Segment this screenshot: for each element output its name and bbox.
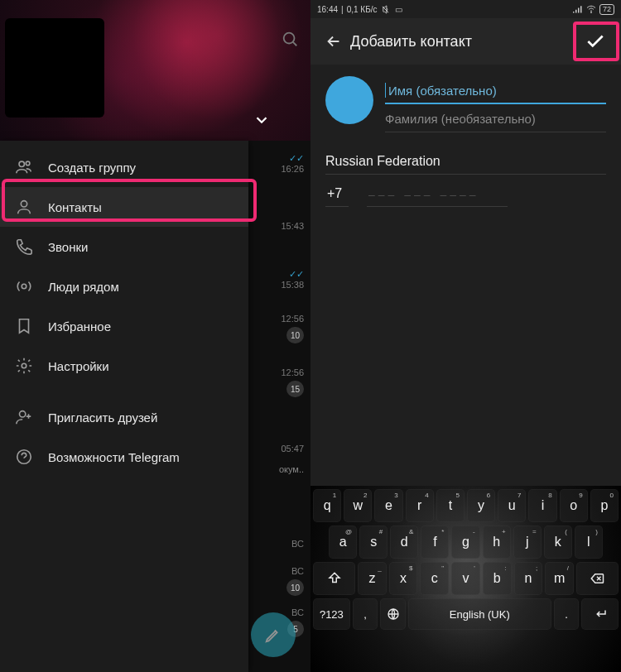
key-a[interactable]: @a (329, 526, 357, 559)
drawer-item-nearby[interactable]: Люди рядом (0, 266, 248, 306)
first-name-field[interactable]: Имя (обязательно) (385, 76, 606, 104)
key-j[interactable]: =j (513, 526, 542, 559)
svg-point-5 (22, 284, 26, 289)
drawer-item-contacts[interactable]: Контакты (0, 187, 248, 227)
drawer-item-label: Создать группу (48, 161, 136, 175)
key-f[interactable]: *f (421, 526, 449, 559)
profile-avatar (5, 18, 104, 118)
new-group-icon (15, 158, 33, 176)
nearby-icon (15, 277, 33, 295)
status-time: 16:44 (317, 5, 338, 14)
chat-list-meta: ✓✓ 15:38 (281, 258, 304, 300)
key-m[interactable]: /m (545, 562, 574, 595)
key-i[interactable]: 8i (528, 489, 556, 522)
drawer-item-label: Настройки (48, 359, 109, 373)
status-net: 0,1 КБ/с (347, 5, 378, 14)
soft-keyboard: 1q2w3e4r5t6y7u8i9o0p@a#s&d*f-g+h=j(k)l_z… (310, 486, 621, 672)
key-x[interactable]: $x (389, 562, 418, 595)
key-n[interactable]: ;n (514, 562, 543, 595)
confirm-button[interactable] (576, 23, 614, 60)
battery-level: 72 (599, 4, 614, 15)
key-o[interactable]: 9o (560, 489, 588, 522)
svg-point-4 (21, 201, 26, 207)
key-l[interactable]: )l (575, 526, 603, 559)
screen-title: Добавить контакт (350, 33, 576, 50)
key-h[interactable]: +h (483, 526, 511, 559)
drawer-item-label: Возможности Telegram (48, 450, 180, 464)
chat-list-meta: 15:43 (281, 205, 304, 247)
key-b[interactable]: :b (483, 562, 512, 595)
drawer-item-label: Контакты (48, 200, 102, 214)
last-name-placeholder: Фамилия (необязательно) (385, 112, 536, 126)
drawer-item-label: Пригласить друзей (48, 410, 157, 425)
key-r[interactable]: 4r (406, 489, 434, 522)
key-s[interactable]: #s (359, 526, 388, 559)
drawer-item-label: Звонки (48, 240, 88, 254)
key-c[interactable]: "c (420, 562, 449, 595)
phone-number-field[interactable]: ––– ––– –––– (367, 188, 508, 207)
search-icon[interactable] (281, 30, 299, 48)
settings-icon (15, 357, 33, 375)
key-enter[interactable] (581, 598, 619, 630)
back-button[interactable] (317, 32, 350, 50)
chat-list-meta: ВС10 (286, 560, 304, 602)
key-z[interactable]: _z (358, 562, 387, 595)
key-g[interactable]: -g (451, 526, 479, 559)
chat-list-meta: 12:5615 (281, 362, 304, 403)
key-space[interactable]: English (UK) (408, 598, 551, 630)
key-k[interactable]: (k (544, 526, 572, 559)
key-d[interactable]: &d (390, 526, 418, 559)
compose-fab[interactable] (251, 612, 296, 657)
chevron-down-icon[interactable] (253, 111, 271, 129)
drawer-item-new-group[interactable]: Создать группу (0, 147, 248, 187)
key-y[interactable]: 6y (467, 489, 495, 522)
key-q[interactable]: 1q (313, 489, 341, 522)
svg-point-1 (284, 33, 295, 44)
app-icon: ▭ (394, 4, 404, 14)
chat-list-meta: окум.. (279, 449, 304, 490)
key-comma[interactable]: , (353, 598, 378, 630)
drawer-item-invite[interactable]: Пригласить друзей (0, 397, 248, 437)
svg-point-9 (590, 12, 591, 13)
svg-point-3 (26, 161, 30, 166)
chat-list-meta: 12:5610 (281, 308, 304, 349)
key-u[interactable]: 7u (498, 489, 526, 522)
country-code-field[interactable]: +7 (325, 186, 349, 207)
invite-icon (15, 408, 33, 426)
key-v[interactable]: 'v (451, 562, 480, 595)
calls-icon (15, 238, 33, 256)
chat-list-meta: ВС (291, 523, 304, 564)
key-t[interactable]: 5t (436, 489, 465, 522)
key-w[interactable]: 2w (344, 489, 372, 522)
key-p[interactable]: 0p (590, 489, 619, 522)
drawer-item-saved[interactable]: Избранное (0, 306, 248, 346)
svg-point-2 (19, 161, 24, 166)
wifi-icon (586, 4, 596, 14)
key-symbols[interactable]: ?123 (313, 598, 350, 630)
chat-list-meta: ✓✓ 16:26 (281, 142, 304, 184)
key-dot[interactable]: . (554, 598, 580, 630)
drawer-item-features[interactable]: Возможности Telegram (0, 437, 248, 477)
drawer-item-label: Избранное (48, 319, 111, 334)
country-selector[interactable]: Russian Federation (325, 154, 606, 175)
drawer-item-settings[interactable]: Настройки (0, 346, 248, 386)
mute-icon (381, 4, 391, 14)
first-name-placeholder: Имя (обязательно) (388, 84, 497, 98)
key-shift[interactable] (313, 562, 355, 595)
signal-icon (573, 4, 583, 14)
drawer-item-calls[interactable]: Звонки (0, 227, 248, 266)
drawer-item-label: Люди рядом (48, 280, 119, 294)
key-language-left[interactable] (380, 598, 406, 630)
key-e[interactable]: 3e (374, 489, 402, 522)
svg-point-6 (22, 363, 26, 368)
saved-icon (15, 317, 33, 335)
contacts-icon (15, 198, 33, 216)
features-icon (15, 448, 33, 466)
svg-point-7 (20, 411, 26, 417)
contact-avatar-placeholder[interactable] (325, 76, 373, 124)
key-backspace[interactable] (576, 562, 619, 595)
last-name-field[interactable]: Фамилия (необязательно) (385, 104, 606, 132)
